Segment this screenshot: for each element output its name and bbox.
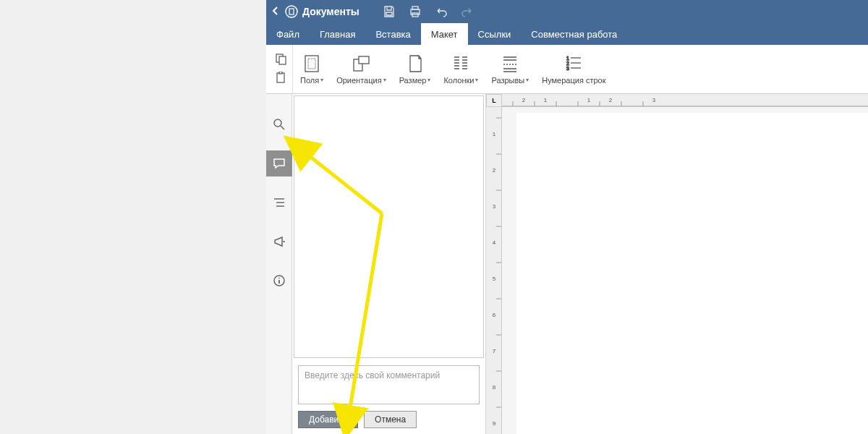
comment-input[interactable]	[298, 365, 480, 404]
ribbon-margins[interactable]: Поля▾	[294, 51, 329, 88]
svg-text:2: 2	[522, 97, 526, 103]
ribbon-columns[interactable]: Колонки▾	[438, 51, 484, 88]
svg-point-34	[274, 119, 281, 127]
comment-add-button[interactable]: Добавить	[298, 411, 358, 428]
rail-feedback[interactable]	[266, 229, 292, 255]
svg-point-0	[286, 6, 297, 17]
left-rail	[266, 94, 292, 434]
paste-icon[interactable]	[275, 72, 288, 85]
chevron-down-icon: ▾	[526, 77, 529, 83]
svg-text:4: 4	[493, 239, 496, 246]
copy-icon[interactable]	[275, 54, 288, 67]
rail-info[interactable]	[266, 268, 292, 294]
comments-panel: Добавить Отмена	[292, 94, 486, 434]
svg-text:7: 7	[493, 348, 496, 354]
svg-text:6: 6	[493, 312, 496, 318]
ribbon-orientation[interactable]: Ориентация▾	[331, 51, 391, 88]
comment-compose: Добавить Отмена	[292, 359, 485, 434]
save-icon[interactable]	[383, 5, 396, 18]
svg-text:2: 2	[493, 167, 496, 174]
app-title: Документы	[302, 6, 359, 17]
ribbon-size[interactable]: Размер▾	[393, 51, 437, 88]
rail-search[interactable]	[266, 111, 292, 137]
svg-text:3: 3	[566, 66, 569, 71]
svg-text:1: 1	[566, 56, 569, 61]
svg-text:5: 5	[493, 276, 496, 282]
tab-insert[interactable]: Вставка	[365, 23, 420, 45]
svg-text:2: 2	[609, 97, 613, 103]
app-window: Документы Файл Главная Вставка Макет Ссы…	[266, 0, 868, 434]
horizontal-ruler[interactable]: 21 12 3	[502, 94, 868, 107]
rail-headings[interactable]	[266, 190, 292, 216]
vertical-ruler[interactable]: 123 456 789	[486, 107, 502, 434]
svg-text:8: 8	[493, 384, 496, 391]
menu-tabs: Файл Главная Вставка Макет Ссылки Совмес…	[266, 23, 868, 45]
tab-collab[interactable]: Совместная работа	[521, 23, 627, 45]
svg-rect-12	[359, 56, 369, 64]
comments-list	[294, 95, 484, 358]
svg-rect-10	[308, 59, 315, 69]
megaphone-icon	[273, 235, 286, 248]
tab-links[interactable]: Ссылки	[468, 23, 522, 45]
rail-comments[interactable]	[266, 150, 292, 176]
svg-rect-7	[277, 73, 284, 82]
chevron-down-icon: ▾	[427, 77, 430, 83]
document-area: L 21 12 3 123	[486, 94, 868, 434]
chevron-down-icon: ▾	[383, 77, 386, 83]
ribbon-breaks[interactable]: Разрывы▾	[485, 51, 535, 88]
svg-text:3: 3	[652, 97, 656, 103]
ruler-corner: L	[486, 94, 502, 107]
svg-rect-1	[289, 9, 294, 14]
svg-text:1: 1	[544, 97, 548, 103]
svg-rect-8	[279, 72, 282, 74]
tab-file[interactable]: Файл	[266, 23, 310, 45]
tab-home[interactable]: Главная	[310, 23, 365, 45]
titlebar: Документы	[266, 0, 868, 23]
redo-icon[interactable]	[461, 5, 474, 18]
print-icon[interactable]	[409, 5, 422, 18]
svg-text:9: 9	[493, 420, 496, 427]
ribbon: Поля▾ Ориентация▾ Размер▾ Колонки▾ Разры…	[266, 45, 868, 94]
document-page[interactable]	[516, 113, 868, 434]
svg-line-35	[281, 126, 284, 129]
svg-text:3: 3	[493, 203, 496, 210]
svg-rect-9	[305, 56, 318, 72]
undo-icon[interactable]	[435, 5, 448, 18]
chevron-down-icon: ▾	[320, 77, 323, 83]
comment-icon	[273, 157, 286, 170]
comment-cancel-button[interactable]: Отмена	[364, 411, 417, 428]
svg-rect-6	[279, 56, 286, 64]
app-brand: Документы	[285, 5, 359, 18]
back-button[interactable]	[272, 6, 279, 18]
workspace: Добавить Отмена L 21 12 3	[266, 94, 868, 434]
app-logo-icon	[285, 5, 298, 18]
svg-text:1: 1	[587, 97, 591, 103]
ribbon-line-numbers[interactable]: 123 Нумерация строк	[536, 51, 611, 88]
headings-icon	[273, 196, 286, 209]
tab-layout[interactable]: Макет	[421, 23, 468, 45]
svg-text:2: 2	[566, 61, 569, 66]
svg-text:1: 1	[493, 131, 496, 137]
search-icon	[273, 118, 286, 131]
chevron-down-icon: ▾	[475, 77, 478, 83]
info-icon	[273, 274, 286, 287]
